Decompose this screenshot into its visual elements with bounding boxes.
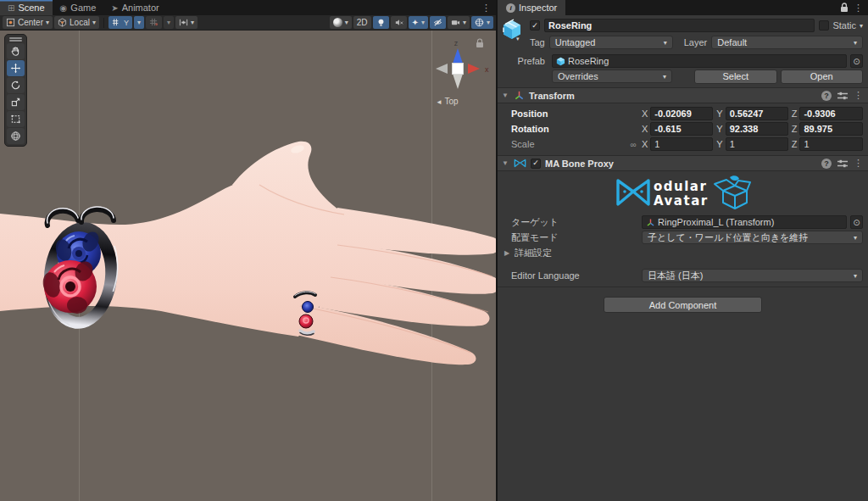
scene-menu-kebab-icon[interactable]: ⋮ [481,3,491,13]
ma-target-object-field[interactable]: RingProximal_L (Transform) [642,215,847,229]
position-z-field[interactable]: -0.9306 [799,107,863,120]
component-enabled-checkbox[interactable]: ✓ [531,159,541,169]
chevron-down-icon: ▾ [191,19,194,26]
transform-body: Position X-0.02069 Y0.56247 Z-0.9306 Rot… [498,103,868,155]
svg-text:Avatar: Avatar [654,193,709,209]
static-checkbox[interactable] [819,20,829,31]
rotate-tool[interactable] [7,77,25,93]
ma-bird-icon [730,175,739,181]
move-icon [10,63,21,74]
grid-visibility-toggle[interactable]: Y [108,16,132,29]
gizmo-view-label[interactable]: ◄ Top [436,97,459,106]
rotation-label: Rotation [511,124,625,134]
prefab-gameobject-icon: ▾ [501,19,526,49]
ma-mode-dropdown[interactable]: 子として・ワールド位置と向きを維持 ▾ [642,231,863,244]
help-icon[interactable]: ? [821,91,832,101]
add-component-button[interactable]: Add Component [604,297,762,313]
scale-x-field[interactable]: 1 [650,137,713,151]
prefab-target-picker-icon[interactable]: ⊙ [850,54,863,68]
tab-animator-label: Animator [122,3,159,13]
lock-icon[interactable] [840,3,849,13]
tab-scene[interactable]: ⊞ Scene [0,0,53,15]
scene-visibility-toggle[interactable] [430,16,446,29]
constrain-proportions-link-icon[interactable]: ∞ [626,140,640,149]
ma-advanced-foldout[interactable]: ▶ 詳細設定 [498,245,868,261]
presets-icon[interactable] [837,92,848,100]
gizmo-center-cube [453,64,464,75]
scale-tool[interactable] [7,94,25,110]
camera-settings-button[interactable]: ▾ [448,16,470,29]
transform-axes-icon [514,90,525,101]
modular-avatar-butterfly-icon [514,159,526,168]
rotation-y-field[interactable]: 92.338 [726,122,788,136]
move-tool[interactable] [7,60,25,76]
unity-editor-window: ⊞ Scene ◉ Game ➤ Animator ⋮ Center ▾ [0,0,868,501]
layer-dropdown[interactable]: Default ▾ [711,36,863,49]
inspector-empty-area [498,322,868,501]
chevron-down-icon: ▾ [463,19,466,26]
grid-snapping-button[interactable]: ▾ [175,16,198,29]
lighting-toggle[interactable] [373,16,389,29]
snap-grid-icon [149,18,159,27]
chevron-down-icon[interactable]: ▾ [516,36,520,42]
position-x-field[interactable]: -0.02069 [650,107,713,120]
rotation-x-field[interactable]: -0.615 [650,122,713,136]
chevron-down-icon: ▾ [849,39,857,47]
tab-game[interactable]: ◉ Game [53,0,104,15]
help-icon[interactable]: ? [821,159,832,169]
rect-tool[interactable] [7,111,25,127]
scale-y-field[interactable]: 1 [726,137,788,151]
active-checkbox[interactable]: ✓ [530,20,540,31]
rotation-z-field[interactable]: 89.975 [799,122,863,136]
scale-z-field[interactable]: 1 [799,137,863,151]
open-button[interactable]: Open [781,70,864,84]
snap-increment-dropdown[interactable]: ▾ [164,16,174,29]
transform-tool[interactable] [7,128,25,144]
pivot-mode-button[interactable]: Center ▾ [3,16,53,29]
overrides-dropdown[interactable]: Overrides ▾ [552,70,672,83]
2d-toggle[interactable]: 2D [353,16,371,29]
position-y-field[interactable]: 0.56247 [726,107,788,120]
tab-inspector[interactable]: i Inspector [498,0,565,15]
prefab-object-field[interactable]: RoseRing [552,54,847,68]
view-hand-tool[interactable] [7,43,25,59]
grid-visibility-dropdown[interactable]: ▾ [134,16,144,29]
static-dropdown-icon[interactable]: ▾ [860,22,863,30]
inspector-menu-kebab-icon[interactable]: ⋮ [854,3,863,13]
foldout-open-icon[interactable]: ▼ [501,92,509,99]
inspector-tabbar: i Inspector ⋮ [498,0,868,15]
shading-mode-button[interactable]: ▾ [330,16,352,29]
ma-bone-proxy-header[interactable]: ▼ ✓ MA Bone Proxy ? ⋮ [498,155,868,171]
transform-header[interactable]: ▼ Transform ? ⋮ [498,87,868,103]
ma-target-picker-icon[interactable]: ⊙ [850,215,863,229]
tab-scene-label: Scene [18,3,44,13]
tag-dropdown[interactable]: Untagged ▾ [549,36,673,49]
foldout-open-icon[interactable]: ▼ [501,159,509,167]
chevron-down-icon: ▾ [849,272,857,280]
gizmos-toggle[interactable]: ▾ [471,16,493,29]
chevron-down-icon: ▾ [421,19,425,26]
component-menu-kebab-icon[interactable]: ⋮ [854,159,863,168]
scene-orientation-gizmo[interactable]: z x ◄ Top [422,32,495,113]
svg-text:odular: odular [654,179,707,194]
rotate-icon [10,80,21,91]
gameobject-name-field[interactable]: RoseRing [544,19,815,32]
effects-toggle[interactable]: ✦ ▾ [409,16,428,29]
gizmo-neg-z-cone [453,74,463,89]
component-menu-kebab-icon[interactable]: ⋮ [854,91,863,100]
scale-row: Scale ∞ X1 Y1 Z1 [498,136,868,152]
chevron-down-icon: ▾ [849,234,857,242]
tab-animator[interactable]: ➤ Animator [103,0,166,15]
scene-viewport[interactable]: z x ◄ Top [0,31,496,501]
gizmo-z-axis-cone [453,48,463,64]
editor-language-dropdown[interactable]: 日本語 (日本) ▾ [642,269,863,282]
presets-icon[interactable] [837,159,848,168]
select-button[interactable]: Select [694,70,777,84]
audio-toggle[interactable] [391,16,407,29]
scene-panel: ⊞ Scene ◉ Game ➤ Animator ⋮ Center ▾ [0,0,496,501]
overlay-drag-handle[interactable] [9,36,22,42]
snap-increment-toggle[interactable] [146,16,162,29]
layer-label: Layer [684,37,708,47]
handle-space-button[interactable]: Local ▾ [54,16,99,29]
static-label: Static [832,20,856,31]
